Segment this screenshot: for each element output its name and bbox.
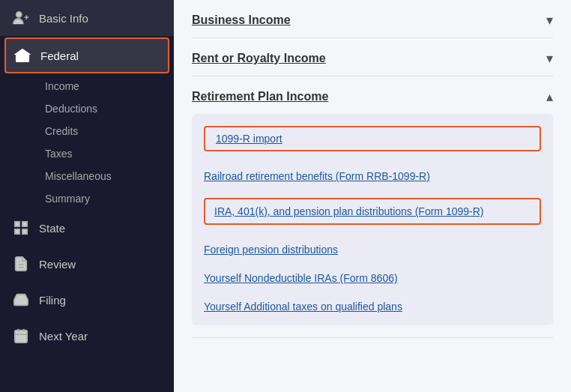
rent-royalty-chevron: ▾ xyxy=(546,50,553,67)
1099r-import-box: 1099-R import xyxy=(204,126,541,151)
main-content: Business Income ▾ Rent or Royalty Income… xyxy=(174,0,571,392)
sidebar: Basic Info Federal Income Deductions Cre… xyxy=(0,0,174,392)
svg-rect-3 xyxy=(16,54,29,61)
sidebar-item-federal-label: Federal xyxy=(40,49,79,62)
filing-icon xyxy=(12,291,30,309)
sidebar-item-review-label: Review xyxy=(39,258,76,271)
sidebar-item-review[interactable]: Review xyxy=(0,246,174,282)
federal-sub-items: Income Deductions Credits Taxes Miscella… xyxy=(0,75,174,210)
retirement-plan-chevron: ▴ xyxy=(546,88,553,105)
sidebar-item-federal[interactable]: Federal xyxy=(4,37,169,73)
sidebar-item-state[interactable]: State xyxy=(0,210,174,246)
railroad-retirement-link[interactable]: Railroad retirement benefits (Form RRB-1… xyxy=(204,170,430,182)
retirement-plan-header[interactable]: Retirement Plan Income ▴ xyxy=(192,76,553,114)
review-icon xyxy=(12,255,30,273)
retirement-plan-body: 1099-R import Railroad retirement benefi… xyxy=(192,114,553,325)
business-income-link[interactable]: Business Income xyxy=(192,13,291,27)
retirement-plan-link[interactable]: Retirement Plan Income xyxy=(192,90,328,103)
additional-taxes-link[interactable]: Yourself Additional taxes on qualified p… xyxy=(204,301,402,313)
svg-rect-9 xyxy=(22,229,27,234)
sidebar-item-state-label: State xyxy=(39,222,65,235)
business-income-chevron: ▾ xyxy=(546,12,553,28)
sidebar-item-next-year[interactable]: Next Year xyxy=(0,318,174,354)
sidebar-item-next-year-label: Next Year xyxy=(39,330,88,343)
railroad-retirement-item: Railroad retirement benefits (Form RRB-1… xyxy=(204,163,541,189)
next-year-icon xyxy=(12,327,30,345)
svg-rect-13 xyxy=(15,331,28,343)
federal-icon xyxy=(13,46,31,64)
additional-taxes-item: Yourself Additional taxes on qualified p… xyxy=(204,294,541,319)
foreign-pension-item: Foreign pension distributions xyxy=(204,237,541,262)
sidebar-item-basic-info[interactable]: Basic Info xyxy=(0,0,174,36)
foreign-pension-link[interactable]: Foreign pension distributions xyxy=(204,244,338,256)
business-income-section[interactable]: Business Income ▾ xyxy=(192,0,553,38)
rent-royalty-section[interactable]: Rent or Royalty Income ▾ xyxy=(192,38,553,76)
sidebar-item-basic-info-label: Basic Info xyxy=(39,12,88,25)
nondeductible-iras-link[interactable]: Yourself Nondeductible IRAs (Form 8606) xyxy=(204,272,398,284)
1099r-import-link[interactable]: 1099-R import xyxy=(216,133,283,145)
svg-rect-7 xyxy=(22,222,27,226)
svg-rect-6 xyxy=(15,222,19,226)
sidebar-sub-item-income[interactable]: Income xyxy=(39,75,174,97)
svg-point-0 xyxy=(16,12,22,17)
sidebar-item-filing[interactable]: Filing xyxy=(0,282,174,318)
sidebar-sub-item-miscellaneous[interactable]: Miscellaneous xyxy=(39,165,174,187)
sidebar-sub-item-taxes[interactable]: Taxes xyxy=(39,142,174,165)
sidebar-item-filing-label: Filing xyxy=(39,294,66,307)
person-icon xyxy=(12,9,30,27)
sidebar-sub-item-deductions[interactable]: Deductions xyxy=(39,97,174,120)
sidebar-sub-item-credits[interactable]: Credits xyxy=(39,120,174,142)
retirement-plan-section: Retirement Plan Income ▴ 1099-R import R… xyxy=(192,76,553,338)
ira-401k-link[interactable]: IRA, 401(k), and pension plan distributi… xyxy=(214,205,531,217)
nondeductible-iras-item: Yourself Nondeductible IRAs (Form 8606) xyxy=(204,265,541,291)
svg-rect-8 xyxy=(15,229,19,234)
state-icon xyxy=(12,219,30,237)
sidebar-sub-item-summary[interactable]: Summary xyxy=(39,187,174,210)
ira-401k-box: IRA, 401(k), and pension plan distributi… xyxy=(204,198,541,225)
rent-royalty-link[interactable]: Rent or Royalty Income xyxy=(192,52,326,65)
